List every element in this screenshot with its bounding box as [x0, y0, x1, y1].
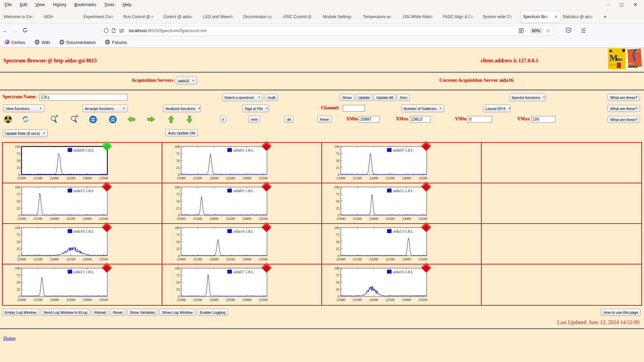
pan-left-icon[interactable] [127, 115, 136, 124]
minimize-icon[interactable]: – [607, 2, 609, 7]
multi-button[interactable]: multi [265, 94, 278, 101]
new-button[interactable]: new [248, 116, 260, 123]
empty-log-window-button[interactable]: Empty Log Window [2, 309, 39, 316]
spectrum-plot-aida15[interactable]: 2100021500220002250023000235000255075100… [11, 185, 111, 223]
new-tab-button[interactable]: + [600, 11, 610, 22]
pan-right-icon[interactable] [146, 115, 156, 124]
bookmark-centos[interactable]: Centos [5, 40, 25, 45]
tab-asic-control[interactable]: ASIC Control @ [281, 11, 321, 23]
back-icon[interactable]: ← [0, 28, 10, 34]
enable-logging-button[interactable]: Enable Logging [197, 309, 228, 316]
show-button[interactable]: Show [340, 94, 355, 101]
tcl-powered-logo[interactable]: TCLPOWERED [627, 48, 642, 69]
ymin-input[interactable] [468, 116, 492, 123]
tab-statistics-aida[interactable]: Statistics @ aida [560, 11, 600, 23]
what-are-these-button[interactable]: What are these? [607, 105, 640, 112]
tab-run-control-a[interactable]: Run Control @ a [121, 11, 161, 23]
layout-id-dropdown[interactable]: Layout ID=3▼ [483, 105, 511, 112]
maximize-icon[interactable]: ▢ [620, 2, 624, 7]
linear-button[interactable]: linear [317, 116, 332, 123]
tab-welcome-to-cen[interactable]: Welcome to Cen [1, 11, 41, 23]
update-rate-dropdown[interactable]: Update Rate (8 secs)▼ [3, 129, 48, 137]
analysis-functions-dropdown[interactable]: Analysis functions▼ [163, 105, 201, 112]
pan-up-icon[interactable] [166, 115, 176, 124]
reload-icon[interactable] [20, 27, 30, 34]
spectrum-name-input[interactable] [40, 94, 127, 101]
hamburger-menu-icon[interactable]: ☰ [581, 27, 586, 34]
menu-file[interactable]: File [5, 2, 12, 7]
shield-icon[interactable] [104, 28, 109, 34]
refresh-icon[interactable] [21, 115, 30, 124]
radiation-icon[interactable] [3, 115, 13, 124]
compress-vertical-icon[interactable] [88, 115, 98, 124]
x-axis-button[interactable]: x [220, 116, 226, 123]
reader-icon[interactable] [519, 28, 524, 33]
tab-discriminator-co[interactable]: Discriminator co [241, 11, 281, 23]
spectra-functions-dropdown[interactable]: Spectra functions▼ [509, 94, 546, 101]
expand-vertical-icon[interactable] [108, 115, 117, 124]
all-button[interactable]: all [284, 116, 293, 123]
bookmark-documentation[interactable]: Documentation [59, 40, 96, 46]
show-log-window-button[interactable]: Show Log Window [159, 309, 195, 316]
zoom-out-icon[interactable] [70, 115, 79, 124]
spectrum-plot-aida09[interactable]: 2100021500220002250023000235000255075100… [11, 145, 111, 182]
menu-tools[interactable]: Tools [104, 2, 114, 7]
select-spectrum-dropdown[interactable]: Select a spectrum▼ [222, 94, 263, 101]
tab-module-settings[interactable]: Module Settings [321, 11, 361, 23]
tab-spectrum-bro[interactable]: Spectrum Bro✕ [520, 11, 560, 23]
midas-logo[interactable]: Midas powered by [608, 48, 626, 69]
spectrum-plot-aida05[interactable]: 2100021500220002250023000235000255075100… [330, 145, 430, 182]
tab-aida[interactable]: AIDA [41, 11, 81, 23]
spectrum-plot-aida14[interactable]: 2100021500220002250023000235000255075100… [170, 226, 270, 263]
update-button[interactable]: Update [356, 94, 373, 101]
zoom-level-badge[interactable]: 80% [530, 28, 543, 34]
spectrum-plot-aida01[interactable]: 2100021500220002250023000235000255075100… [170, 145, 270, 182]
xmin-input[interactable] [359, 116, 380, 123]
tab-experiment-cont[interactable]: Experiment Cont [81, 11, 121, 23]
menu-edit[interactable]: Edit [20, 2, 27, 7]
what-are-these-button[interactable]: What are these? [607, 94, 640, 101]
acquisition-server-select[interactable]: aida16▼ [176, 77, 197, 84]
menu-bookmarks[interactable]: Bookmarks [74, 2, 96, 7]
how-to-use-button[interactable]: How to use this page [601, 309, 641, 316]
bookmark-wiki[interactable]: Wiki [35, 40, 50, 46]
tab-gsi-white-rabbi[interactable]: GSI White Rabbi [400, 11, 440, 23]
tab-system-wide-ch[interactable]: System wide Ch [480, 11, 520, 23]
bookmark-forums[interactable]: Forums [105, 40, 127, 46]
menu-help[interactable]: Help [122, 2, 131, 7]
spectrum-plot-aida11[interactable]: 2100021500220002250023000235000255075100… [11, 266, 111, 304]
spectrum-plot-aida16[interactable]: 2100021500220002250023000235000255075100… [330, 266, 430, 304]
menu-history[interactable]: History [53, 2, 66, 7]
pocket-icon[interactable] [566, 27, 572, 34]
tab-fadc-align-co[interactable]: FADC Align & Co [440, 11, 480, 23]
spectrum-plot-aida12[interactable]: 2100021500220002250023000235000255075100… [330, 185, 430, 223]
zero-button[interactable]: Zero [397, 94, 410, 101]
page-icon[interactable] [112, 28, 116, 33]
number-of-galleries-dropdown[interactable]: Number of Galleries▼ [401, 105, 444, 112]
tab-close-icon[interactable]: ✕ [554, 15, 557, 19]
show-variables-button[interactable]: Show Variables [127, 309, 158, 316]
bookmark-star-icon[interactable]: ☆ [546, 28, 550, 34]
zoom-in-icon[interactable] [50, 115, 59, 124]
permissions-icon[interactable] [119, 28, 124, 33]
update-all-button[interactable]: Update All [374, 94, 396, 101]
send-log-window-to-elog-button[interactable]: Send Log Window to ELog [41, 309, 90, 316]
tab-led-and-wavefo[interactable]: LED and Wavefo [201, 11, 241, 23]
url-bar[interactable]: localhost:8015/Spectrum/Spectrum.tml 80%… [101, 26, 553, 36]
reset-button[interactable]: Reset [110, 309, 125, 316]
auto-update-button[interactable]: Auto Update ON [165, 129, 198, 136]
forward-icon[interactable]: → [10, 28, 20, 34]
tab-temperature-an[interactable]: Temperature an [361, 11, 400, 23]
home-link[interactable]: Home [3, 336, 16, 341]
view-functions-dropdown[interactable]: View functions▼ [3, 105, 44, 112]
spectrum-plot-aida07[interactable]: 2100021500220002250023000235000255075100… [170, 266, 270, 304]
arrange-functions-dropdown[interactable]: Arrange functions▼ [83, 105, 128, 112]
pan-down-icon[interactable] [185, 115, 194, 124]
reload-button[interactable]: Reload [92, 309, 109, 316]
spectrum-plot-aida13[interactable]: 2100021500220002250023000235000255075100… [330, 226, 430, 263]
ymax-input[interactable] [531, 116, 555, 123]
channel-input[interactable] [343, 105, 365, 112]
xmax-input[interactable] [410, 116, 431, 123]
menu-view[interactable]: View [35, 2, 45, 7]
spectrum-plot-aida10[interactable]: 2100021500220002250023000235000255075100… [11, 226, 111, 263]
